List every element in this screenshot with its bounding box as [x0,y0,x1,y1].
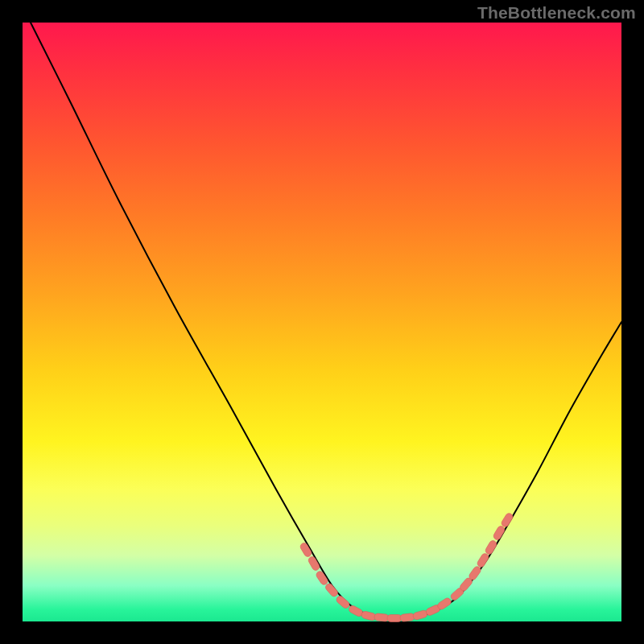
highlighted-range-markers [299,512,514,622]
curve-marker [387,615,402,622]
curve-marker [374,613,390,622]
curve-marker [500,512,514,528]
curve-marker [485,539,498,555]
curve-marker [335,595,350,610]
plot-svg [23,23,621,621]
curve-marker [324,582,340,597]
curve-marker [400,613,415,621]
curve-marker [361,610,377,621]
bottleneck-curve [31,23,621,618]
watermark-text: TheBottleneck.com [477,3,636,23]
curve-marker [476,552,489,568]
gradient-plot-area [23,23,621,621]
curve-marker [412,609,428,621]
